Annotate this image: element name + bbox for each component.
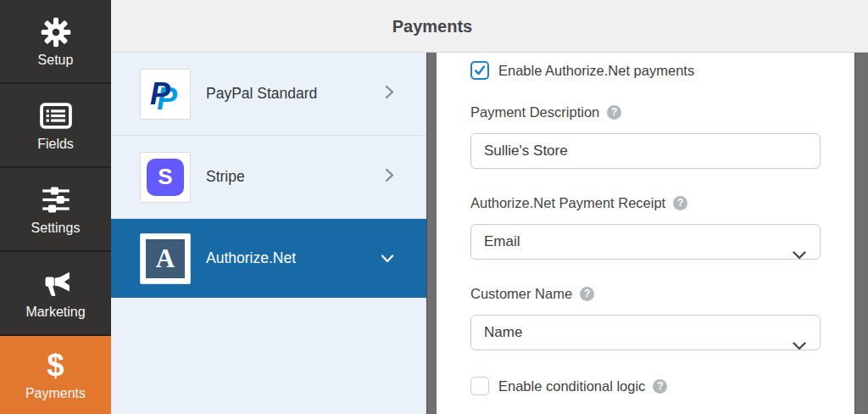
provider-row-authorize-net[interactable]: A Authorize.Net <box>111 219 426 298</box>
provider-row-paypal[interactable]: PP PayPal Standard <box>111 53 426 136</box>
fields-icon <box>40 99 72 133</box>
provider-label: Stripe <box>206 168 385 186</box>
megaphone-icon <box>40 267 71 301</box>
chevron-down-icon <box>793 238 806 272</box>
customer-name-label: Customer Name <box>470 286 572 302</box>
help-icon[interactable]: ? <box>673 196 687 210</box>
customer-name-selected-value: Name <box>484 324 522 340</box>
sidebar-item-payments[interactable]: $ Payments <box>0 336 111 414</box>
authorize-net-settings-panel: Enable Authorize.Net payments Payment De… <box>437 53 854 414</box>
authorize-net-icon: A <box>140 233 191 284</box>
payment-providers-list: PP PayPal Standard S Stripe A Authorize.… <box>111 53 426 414</box>
paypal-icon: PP <box>140 69 191 120</box>
sidebar-item-label: Marketing <box>25 305 85 320</box>
provider-label: Authorize.Net <box>206 249 381 267</box>
help-icon[interactable]: ? <box>580 287 594 301</box>
sidebar-item-marketing[interactable]: Marketing <box>0 252 111 334</box>
enable-payments-checkbox[interactable] <box>470 61 489 80</box>
provider-label: PayPal Standard <box>206 85 385 103</box>
sidebar-item-setup[interactable]: Setup <box>0 0 111 82</box>
payment-receipt-select[interactable]: Email <box>470 224 821 260</box>
help-icon[interactable]: ? <box>607 105 621 120</box>
help-icon[interactable]: ? <box>653 379 667 394</box>
panel-header: Payments <box>111 0 868 53</box>
enable-payments-label: Enable Authorize.Net payments <box>498 63 694 79</box>
payment-description-label: Payment Description <box>470 104 599 120</box>
stripe-icon: S <box>140 152 191 203</box>
payment-receipt-selected-value: Email <box>484 233 520 249</box>
conditional-logic-row: Enable conditional logic ? <box>470 377 854 395</box>
customer-name-select[interactable]: Name <box>470 315 821 350</box>
sliders-icon <box>41 183 71 217</box>
sidebar-item-label: Setup <box>38 53 74 68</box>
chevron-right-icon <box>385 168 394 186</box>
builder-sidebar: Setup Fields <box>0 0 111 414</box>
customer-name-label-row: Customer Name ? <box>470 286 854 302</box>
sidebar-item-fields[interactable]: Fields <box>0 84 111 166</box>
content-scrollbar[interactable] <box>854 53 868 414</box>
page-title: Payments <box>392 17 473 36</box>
enable-payments-row: Enable Authorize.Net payments <box>470 61 854 80</box>
dollar-icon: $ <box>47 349 64 383</box>
form-builder-payments-screen: Setup Fields <box>0 0 868 414</box>
conditional-logic-checkbox[interactable] <box>470 377 489 395</box>
sidebar-item-label: Settings <box>31 221 81 236</box>
sidebar-item-settings[interactable]: Settings <box>0 168 111 250</box>
gear-icon <box>41 15 71 49</box>
payment-description-input[interactable] <box>470 133 821 169</box>
sidebar-item-label: Payments <box>25 386 86 401</box>
sidebar-item-label: Fields <box>37 137 74 152</box>
providers-scrollbar[interactable] <box>426 53 437 414</box>
chevron-down-icon <box>381 251 394 266</box>
payment-receipt-label-row: Authorize.Net Payment Receipt ? <box>470 195 854 211</box>
payment-receipt-label: Authorize.Net Payment Receipt <box>470 195 665 211</box>
payment-description-label-row: Payment Description ? <box>470 104 854 120</box>
chevron-right-icon <box>385 85 394 103</box>
chevron-down-icon <box>793 329 806 363</box>
conditional-logic-label: Enable conditional logic <box>498 378 645 394</box>
provider-row-stripe[interactable]: S Stripe <box>111 136 426 219</box>
